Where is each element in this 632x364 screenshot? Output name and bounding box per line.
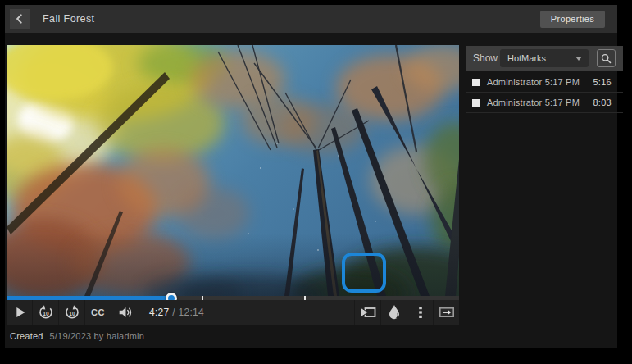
hotmark-list-item[interactable]: Administrator 5:17 PM 8:03 (466, 93, 623, 113)
volume-button[interactable] (111, 300, 139, 325)
dropdown-selected-value: HotMarks (507, 53, 575, 63)
rewind-10-icon: 10 (37, 303, 55, 322)
hotmark-color-swatch (472, 99, 480, 107)
duration: 12:14 (178, 307, 204, 318)
forward-10-button[interactable]: 10 (59, 300, 85, 325)
play-button[interactable] (7, 300, 33, 325)
forward-10-icon: 10 (63, 303, 81, 322)
cc-icon: CC (91, 307, 105, 317)
forest-canopy-video-still (7, 45, 459, 296)
show-label: Show (473, 52, 498, 64)
chevron-left-icon (14, 13, 25, 25)
show-filter-bar: Show HotMarks (466, 46, 623, 71)
page-title: Fall Forest (43, 5, 94, 33)
properties-button[interactable]: Properties (540, 11, 605, 28)
search-button[interactable] (597, 49, 616, 67)
play-to-output-icon (358, 303, 378, 322)
play-icon (11, 303, 29, 321)
flame-icon (386, 303, 402, 321)
video-frame[interactable] (7, 45, 459, 296)
current-time: 4:27 (149, 307, 170, 318)
hotmark-list-item[interactable]: Administrator 5:17 PM 5:16 (466, 72, 623, 93)
show-filter-dropdown[interactable]: HotMarks (500, 49, 589, 67)
speaker-icon (116, 303, 134, 321)
search-icon (601, 53, 612, 64)
created-info: Created 5/19/2023 by haiadmin (7, 326, 466, 346)
hotmark-color-swatch (472, 79, 480, 86)
svg-text:10: 10 (43, 311, 49, 316)
top-bar: Fall Forest Properties (5, 5, 617, 33)
closed-captions-button[interactable]: CC (85, 300, 111, 325)
player-control-bar: 10 10 CC 4:27 (7, 300, 459, 325)
kebab-menu-icon (413, 304, 428, 321)
more-options-button[interactable] (407, 300, 433, 325)
hotmark-label: Administrator 5:17 PM (487, 98, 593, 107)
play-to-output-button[interactable] (354, 300, 380, 325)
hotmark-timecode: 8:03 (593, 98, 612, 107)
hotmark-timecode: 5:16 (593, 77, 612, 87)
created-value: 5/19/2023 by haiadmin (50, 331, 145, 341)
hotmarks-list: Administrator 5:17 PM 5:16 Administrator… (466, 72, 623, 113)
time-display: 4:27 / 12:14 (149, 300, 204, 325)
hotmarks-sidebar: Show HotMarks Administrator 5:17 PM 5:16 (466, 46, 623, 113)
app-window: Fall Forest Properties (5, 5, 617, 348)
hotmark-button[interactable] (380, 300, 407, 325)
rewind-10-button[interactable]: 10 (33, 300, 59, 325)
open-in-new-window-button[interactable] (433, 300, 459, 325)
back-button[interactable] (10, 9, 30, 29)
hotmark-label: Administrator 5:17 PM (487, 77, 593, 87)
chevron-down-icon (575, 57, 582, 61)
video-player: 10 10 CC 4:27 (7, 45, 459, 325)
created-label: Created (10, 331, 43, 341)
open-in-new-window-icon (437, 303, 457, 321)
svg-text:10: 10 (69, 311, 75, 316)
